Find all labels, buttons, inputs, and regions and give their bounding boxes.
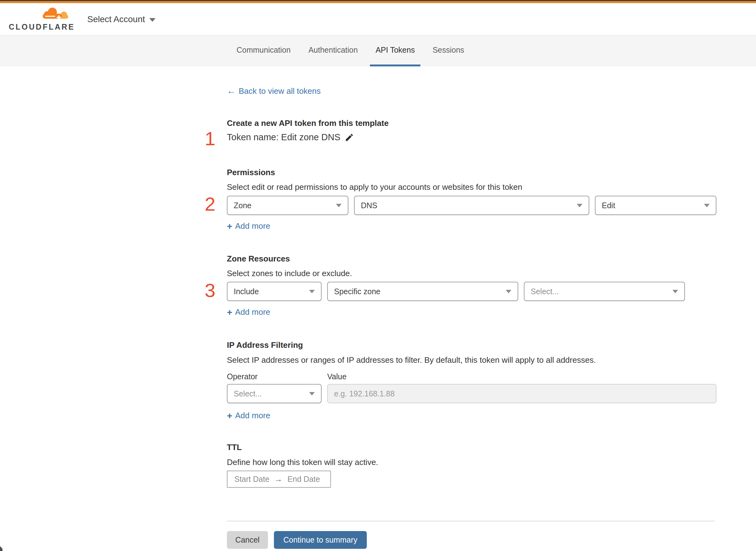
page-title: Create a new API token from this templat… (227, 118, 389, 128)
tab-bar: Communication Authentication API Tokens … (0, 36, 756, 66)
back-arrow-icon: ← (227, 86, 235, 96)
permissions-access-select[interactable]: Edit (595, 196, 716, 215)
ip-operator-select[interactable]: Select... (227, 384, 321, 403)
ttl-date-range-picker[interactable]: Start Date → End Date (227, 471, 331, 488)
zone-resources-operator-select[interactable]: Include (227, 282, 321, 301)
cloudflare-logo[interactable]: CLOUDFLARE (9, 3, 71, 36)
chevron-down-icon (577, 204, 583, 207)
ip-filtering-add-more-link[interactable]: + Add more (227, 411, 270, 420)
tab-api-tokens[interactable]: API Tokens (370, 36, 421, 66)
value-label: Value (327, 372, 346, 381)
end-date-label: End Date (288, 475, 320, 484)
zone-resources-description: Select zones to include or exclude. (227, 268, 352, 278)
step-1-marker: 1 (199, 128, 221, 150)
chevron-down-icon (673, 290, 678, 293)
chevron-down-icon (309, 290, 315, 293)
ttl-heading: TTL (227, 443, 242, 452)
zone-resources-zone-select[interactable]: Select... (524, 282, 685, 301)
step-2-marker: 2 (199, 193, 221, 215)
chevron-down-icon (149, 18, 155, 22)
tab-authentication[interactable]: Authentication (303, 36, 363, 66)
cancel-button[interactable]: Cancel (227, 531, 268, 549)
cloudflare-cloud-icon (39, 7, 70, 22)
edit-pencil-icon[interactable] (345, 133, 354, 142)
arrow-right-icon: → (274, 474, 283, 484)
tab-communication[interactable]: Communication (231, 36, 296, 66)
start-date-label: Start Date (234, 475, 269, 484)
account-selector-label: Select Account (87, 14, 145, 24)
chevron-down-icon (309, 392, 315, 396)
continue-to-summary-button[interactable]: Continue to summary (274, 531, 367, 549)
token-name-text: Token name: Edit zone DNS (227, 132, 340, 142)
chevron-down-icon (704, 204, 710, 207)
operator-label: Operator (227, 372, 258, 381)
account-selector[interactable]: Select Account (87, 14, 155, 24)
api-token-template-page: CLOUDFLARE Select Account Communication … (0, 0, 756, 551)
chevron-down-icon (336, 204, 341, 207)
tab-sessions[interactable]: Sessions (427, 36, 470, 66)
step-3-marker: 3 (199, 280, 221, 302)
plus-icon: + (227, 308, 232, 316)
ip-filtering-heading: IP Address Filtering (227, 340, 303, 350)
ip-value-input[interactable] (327, 384, 716, 403)
ip-filtering-description: Select IP addresses or ranges of IP addr… (227, 355, 596, 365)
back-to-tokens-link[interactable]: ← Back to view all tokens (227, 86, 321, 96)
plus-icon: + (227, 222, 232, 230)
cloudflare-logo-text: CLOUDFLARE (9, 22, 75, 31)
permissions-scope-select[interactable]: Zone (227, 196, 348, 215)
header: CLOUDFLARE Select Account (0, 3, 756, 36)
ttl-description: Define how long this token will stay act… (227, 458, 378, 467)
plus-icon: + (227, 412, 232, 420)
permissions-description: Select edit or read permissions to apply… (227, 182, 522, 192)
zone-resources-heading: Zone Resources (227, 254, 290, 263)
permissions-add-more-link[interactable]: + Add more (227, 221, 270, 231)
permissions-service-select[interactable]: DNS (354, 196, 589, 215)
top-orange-bar (0, 1, 756, 3)
chevron-down-icon (506, 290, 511, 293)
zone-resources-add-more-link[interactable]: + Add more (227, 307, 270, 317)
token-name-line: Token name: Edit zone DNS (227, 132, 354, 142)
back-link-label: Back to view all tokens (239, 86, 321, 96)
permissions-heading: Permissions (227, 168, 275, 177)
cursor-tip-artifact (0, 546, 2, 551)
footer-divider (227, 521, 715, 521)
zone-resources-type-select[interactable]: Specific zone (327, 282, 518, 301)
